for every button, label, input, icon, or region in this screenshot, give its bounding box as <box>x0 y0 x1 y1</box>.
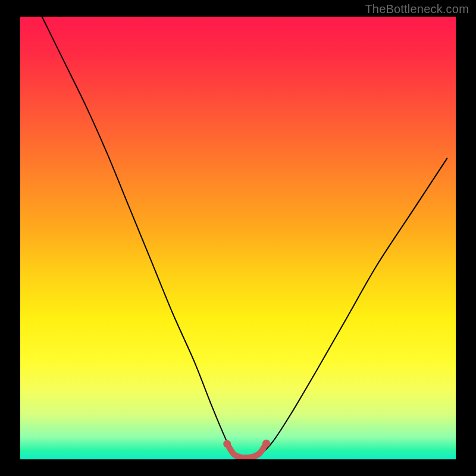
watermark-text: TheBottleneck.com <box>365 2 469 16</box>
optimal-zone-endpoint <box>223 440 231 448</box>
chart-frame: TheBottleneck.com <box>0 0 476 476</box>
main-curve <box>42 17 447 458</box>
optimal-zone-curve <box>227 443 267 458</box>
curve-layer <box>20 17 456 459</box>
plot-area <box>20 17 456 459</box>
optimal-zone-endpoint <box>262 440 270 447</box>
